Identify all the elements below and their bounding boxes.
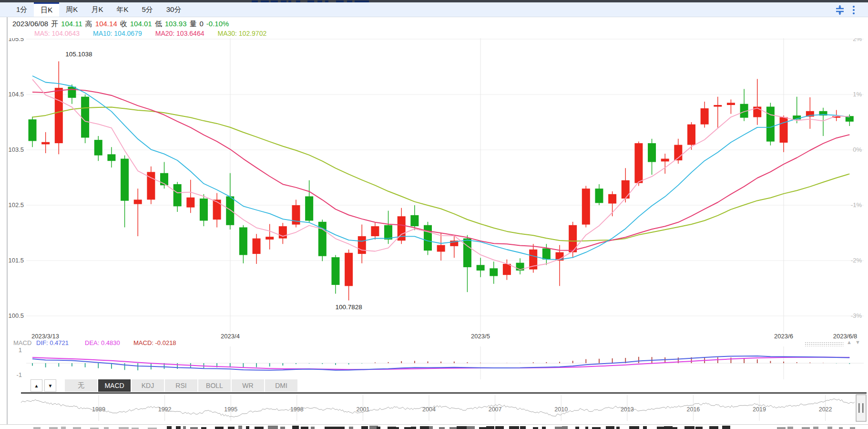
collapse-icon[interactable] — [835, 5, 845, 15]
ma5-label: MA5: 104.0643 — [34, 30, 80, 37]
indicator-tab-无[interactable]: 无 — [65, 379, 97, 392]
svg-text:-1%: -1% — [851, 201, 862, 209]
period-tab-6[interactable]: 5分 — [135, 2, 159, 17]
chart-toolbar — [835, 5, 855, 15]
svg-text:1998: 1998 — [290, 406, 304, 413]
date-label: 2023/3/13 — [31, 333, 59, 340]
svg-text:105.1038: 105.1038 — [65, 51, 92, 58]
indicator-bar: ▲ ▼ 无MACDKDJRSIBOLLWRDMI — [31, 379, 297, 392]
svg-text:100.5: 100.5 — [8, 312, 24, 319]
indicator-tab-macd[interactable]: MACD — [98, 379, 131, 392]
indicator-tab-dmi[interactable]: DMI — [265, 379, 297, 392]
indicator-tab-rsi[interactable]: RSI — [165, 379, 197, 392]
svg-text:102.5: 102.5 — [8, 201, 24, 209]
ma20-label: MA20: 103.6464 — [155, 30, 204, 37]
period-tab-bar: 1分日K周K月K年K5分30分 — [0, 2, 868, 17]
date-label: 2023/6 — [774, 333, 793, 340]
period-tab-5[interactable]: 年K — [110, 2, 135, 17]
svg-text:0%: 0% — [853, 146, 862, 153]
svg-text:2004: 2004 — [422, 406, 436, 413]
macd-value: MACD: -0.0218 — [133, 339, 176, 346]
period-tab-1[interactable]: 1分 — [10, 2, 34, 17]
pane-down-arrow[interactable]: ▼ — [855, 339, 860, 345]
period-tab-3[interactable]: 周K — [59, 2, 84, 17]
bottom-divider — [0, 424, 868, 425]
kline-app: 1分日K周K月K年K5分30分 2023/06/08开104.11高104.14… — [0, 0, 868, 429]
macd-title: MACD — [13, 339, 31, 346]
quote-field-value: 103.93 — [165, 20, 187, 28]
svg-text:2022: 2022 — [819, 406, 832, 413]
navigator-range-handle[interactable] — [856, 395, 866, 421]
period-tab-4[interactable]: 月K — [84, 2, 110, 17]
ma-legend: MA5: 104.0643MA10: 104.0679MA20: 103.646… — [34, 30, 280, 38]
svg-text:105.5: 105.5 — [8, 38, 24, 42]
svg-text:1995: 1995 — [224, 406, 237, 413]
navigator-separator — [21, 392, 867, 394]
svg-text:100.7828: 100.7828 — [335, 303, 362, 311]
svg-text:2%: 2% — [853, 38, 862, 42]
date-label: 2023/4 — [221, 333, 240, 340]
quote-field-value: 104.01 — [130, 20, 152, 28]
quote-field-value: 104.11 — [61, 20, 82, 28]
ma30-label: MA30: 102.9702 — [217, 30, 266, 37]
indicator-up-button[interactable]: ▲ — [31, 379, 42, 392]
svg-text:1: 1 — [19, 346, 22, 354]
period-tab-2[interactable]: 日K — [34, 2, 59, 17]
macd-header: MACD DIF: 0.4721 DEA: 0.4830 MACD: -0.02… — [0, 339, 868, 346]
svg-text:2019: 2019 — [753, 406, 766, 413]
date-label: 2023/6/8 — [833, 333, 858, 340]
quote-field-value: 104.14 — [95, 20, 117, 28]
quote-field-label: 高 — [85, 20, 92, 28]
quote-field-label: 收 — [120, 20, 127, 28]
svg-text:2016: 2016 — [686, 406, 700, 413]
quote-field-label: 开 — [51, 20, 58, 28]
date-label: 2023/5 — [471, 333, 490, 340]
quote-date: 2023/06/08 — [12, 20, 48, 28]
svg-text:2001: 2001 — [356, 406, 369, 413]
quote-change: -0.10% — [206, 20, 229, 28]
svg-text:104.5: 104.5 — [8, 91, 24, 98]
pane-drag-handle-icon[interactable] — [805, 342, 844, 346]
svg-text:103.5: 103.5 — [8, 146, 24, 153]
svg-text:-3%: -3% — [851, 312, 862, 319]
svg-text:2010: 2010 — [554, 406, 568, 413]
history-navigator[interactable]: 1989199219951998200120042007201020132016… — [0, 394, 868, 422]
indicator-tab-wr[interactable]: WR — [232, 379, 264, 392]
cropped-bottom-text — [0, 425, 868, 429]
main-candle-chart[interactable]: 105.52%104.51%103.50%102.5-1%101.5-2%100… — [0, 38, 868, 333]
svg-text:101.5: 101.5 — [8, 257, 24, 264]
indicator-tab-kdj[interactable]: KDJ — [132, 379, 164, 392]
svg-text:-1: -1 — [16, 371, 22, 378]
quote-field-value: 0 — [200, 20, 204, 28]
quote-field-label: 低 — [155, 20, 162, 28]
dif-value: DIF: 0.4721 — [36, 339, 69, 346]
svg-text:1%: 1% — [853, 91, 862, 98]
svg-text:1989: 1989 — [92, 406, 105, 413]
quote-bar: 2023/06/08开104.11高104.14收104.01低103.93量0… — [12, 20, 232, 29]
svg-text:-2%: -2% — [851, 257, 862, 264]
svg-text:2007: 2007 — [489, 406, 502, 413]
dea-value: DEA: 0.4830 — [85, 339, 120, 346]
quote-field-label: 量 — [190, 20, 197, 28]
pane-up-arrow[interactable]: ▲ — [847, 339, 852, 345]
svg-text:2013: 2013 — [621, 406, 634, 413]
ma10-label: MA10: 104.0679 — [93, 30, 142, 37]
indicator-tab-boll[interactable]: BOLL — [198, 379, 231, 392]
indicator-tabs: 无MACDKDJRSIBOLLWRDMI — [65, 379, 297, 392]
kebab-menu-icon[interactable] — [853, 6, 855, 14]
macd-subchart[interactable]: 1-1 — [0, 346, 868, 379]
indicator-down-button[interactable]: ▼ — [44, 379, 56, 392]
period-tab-7[interactable]: 30分 — [160, 2, 188, 17]
